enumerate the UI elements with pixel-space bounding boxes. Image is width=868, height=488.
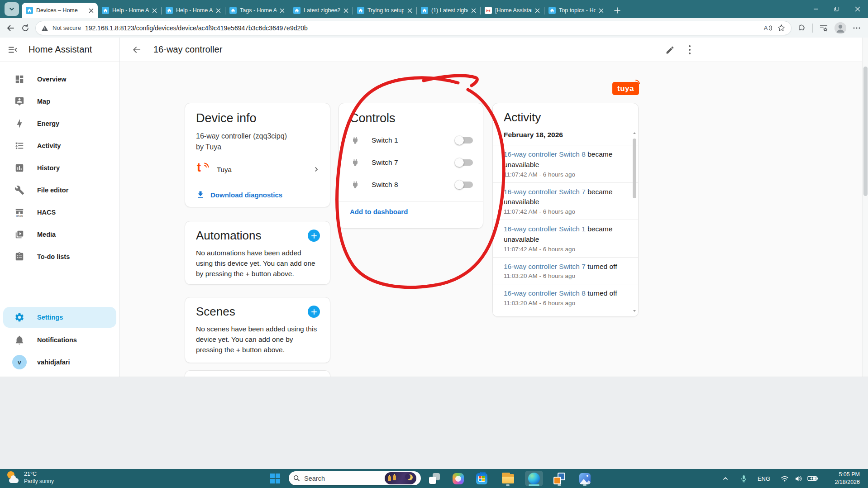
home-assistant-favicon-icon (26, 7, 33, 14)
entity-link[interactable]: 16-way controller Switch 8 (504, 150, 586, 158)
tab-close-icon[interactable] (471, 8, 476, 13)
browser-tab-strip: Devices – Home Help - Home As Help - Hom… (0, 0, 868, 18)
entity-link[interactable]: 16-way controller Switch 7 (504, 263, 586, 270)
download-diagnostics-link[interactable]: Download diagnostics (210, 191, 282, 199)
switch-toggle-off[interactable] (456, 159, 473, 166)
tab-close-icon[interactable] (343, 8, 348, 13)
tab-close-icon[interactable] (152, 8, 157, 13)
read-aloud-icon[interactable]: A (763, 24, 773, 32)
browser-profile-avatar[interactable] (835, 22, 846, 34)
tray-microphone[interactable] (737, 469, 750, 488)
partial-card-top (185, 370, 330, 377)
sidebar-item-energy[interactable]: Energy (0, 112, 119, 134)
scrollbar-thumb[interactable] (863, 67, 868, 196)
sidebar-item-hacs[interactable]: HACS HACS (0, 201, 119, 223)
integration-name: Tuya (217, 166, 305, 173)
switch-label[interactable]: Switch 7 (372, 158, 444, 167)
entity-link[interactable]: 16-way controller Switch 8 (504, 289, 586, 297)
menu-toggle-icon[interactable] (8, 45, 18, 55)
restore-button[interactable] (826, 0, 847, 18)
sidebar-item-file-editor[interactable]: File editor (0, 179, 119, 201)
tab-tags[interactable]: Tags - Home Ass (225, 3, 289, 18)
windows-logo-icon (270, 474, 280, 483)
entity-link[interactable]: 16-way controller Switch 1 (504, 225, 586, 233)
sidebar-item-todo[interactable]: To-do lists (0, 245, 119, 268)
sidebar-item-media[interactable]: Media (0, 223, 119, 245)
sidebar-item-user[interactable]: v vahidjafari (0, 351, 119, 373)
more-options-icon[interactable] (688, 45, 691, 55)
tray-volume[interactable] (792, 469, 805, 488)
weather-temp: 21°C (24, 471, 54, 478)
lightning-bolt-icon (14, 119, 24, 129)
extensions-puzzle-icon[interactable] (797, 24, 806, 33)
sidebar-item-label: Map (37, 98, 50, 105)
back-arrow-icon[interactable] (132, 45, 142, 55)
search-highlight-image[interactable] (385, 472, 416, 484)
page-scrollbar[interactable] (862, 38, 868, 377)
tab-trying-to-setup[interactable]: Trying to setup a (353, 3, 416, 18)
add-automation-button[interactable] (308, 230, 320, 242)
taskbar-weather-widget[interactable]: 21°C Partly sunny (6, 471, 54, 485)
start-button[interactable] (266, 471, 284, 486)
sidebar-item-history[interactable]: History (0, 157, 119, 179)
tab-devices-home[interactable]: Devices – Home (22, 3, 98, 18)
taskbar-search[interactable]: Search (289, 471, 421, 485)
browser-menu-ellipsis-icon[interactable] (853, 24, 861, 32)
tab-latest-zigbee-2[interactable]: (1) Latest zigbee (417, 3, 480, 18)
not-secure-warning-icon[interactable] (41, 24, 48, 32)
tray-show-hidden-icons[interactable] (719, 469, 732, 488)
switch-label[interactable]: Switch 8 (372, 181, 444, 189)
file-explorer-button[interactable] (499, 471, 517, 486)
download-diagnostics-row[interactable]: Download diagnostics (185, 184, 330, 205)
switch-label[interactable]: Switch 1 (372, 136, 444, 144)
tab-close-icon[interactable] (280, 8, 285, 13)
switch-toggle-off[interactable] (456, 137, 473, 144)
minimize-button[interactable] (806, 0, 826, 18)
add-to-dashboard-link[interactable]: Add to dashboard (350, 208, 408, 215)
sidebar-item-map[interactable]: Map (0, 90, 119, 112)
task-view-button[interactable] (425, 471, 444, 486)
browser-refresh-button[interactable] (21, 24, 30, 33)
entity-link[interactable]: 16-way controller Switch 7 (504, 188, 586, 196)
edge-browser-button[interactable] (525, 471, 543, 486)
tab-close-icon[interactable] (407, 8, 412, 13)
tab-close-icon[interactable] (216, 8, 221, 13)
tab-help-1[interactable]: Help - Home As (98, 3, 161, 18)
tab-search-button[interactable] (5, 2, 19, 16)
tray-language[interactable]: ENG (755, 469, 773, 488)
switch-toggle-off[interactable] (456, 182, 473, 188)
tray-wifi[interactable] (778, 469, 791, 488)
entry-action: turned off (587, 289, 617, 297)
chevron-up-icon (722, 475, 729, 482)
tab-help-2[interactable]: Help - Home As (162, 3, 225, 18)
integration-row[interactable]: t Tuya (185, 162, 330, 177)
sidebar-item-overview[interactable]: Overview (0, 68, 119, 90)
vmware-button[interactable] (550, 471, 568, 486)
favorites-bar-icon[interactable] (819, 24, 828, 33)
tab-close-icon[interactable] (599, 8, 604, 13)
tray-battery[interactable] (806, 469, 820, 488)
add-scene-button[interactable] (308, 306, 320, 318)
activity-scrollbar[interactable] (632, 129, 637, 314)
favorite-star-icon[interactable] (777, 24, 786, 32)
microsoft-store-button[interactable] (472, 471, 491, 486)
tab-latest-zigbee[interactable]: Latest zigbee2m (289, 3, 353, 18)
address-bar[interactable]: Not secure 192.168.1.8:8123/config/devic… (35, 21, 792, 35)
new-tab-button[interactable] (613, 6, 621, 14)
tab-top-topics[interactable]: Top topics - Hor (544, 3, 608, 18)
copilot-button[interactable] (449, 471, 467, 486)
task-view-icon (429, 473, 440, 484)
tab-gmail[interactable]: [Home Assistant (481, 3, 544, 18)
photos-button[interactable] (576, 471, 594, 486)
scrollbar-thumb[interactable] (633, 139, 636, 198)
sidebar-item-activity[interactable]: Activity (0, 134, 119, 157)
sidebar-item-notifications[interactable]: Notifications (0, 329, 119, 351)
sidebar-item-settings[interactable]: Settings (3, 307, 116, 328)
url-text[interactable]: 192.168.1.8:8123/config/devices/device/a… (85, 24, 759, 32)
tab-close-icon[interactable] (535, 8, 540, 13)
edit-pencil-icon[interactable] (665, 45, 675, 55)
tray-clock[interactable]: 5:05 PM 2/18/2026 (835, 471, 860, 486)
close-window-button[interactable] (847, 0, 868, 18)
tab-close-icon[interactable] (89, 8, 94, 13)
browser-back-button[interactable] (5, 23, 15, 33)
